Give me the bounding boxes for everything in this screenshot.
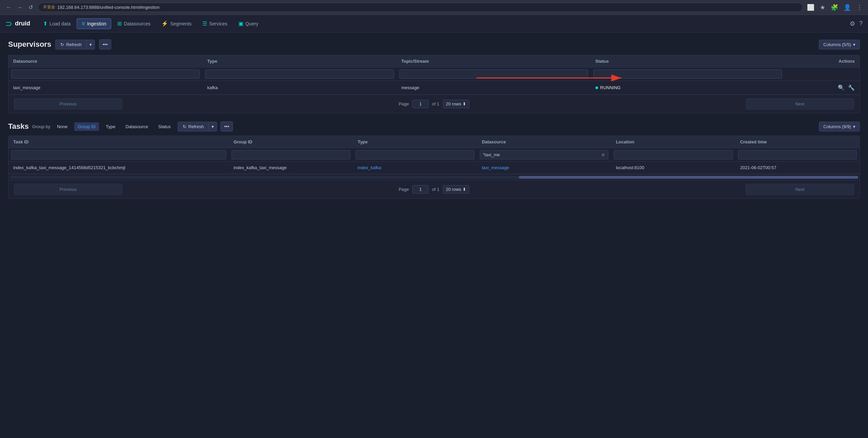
tasks-title-row: Tasks Group by None Group ID Type Dataso… — [8, 121, 233, 132]
col-group-id: Group ID — [229, 136, 353, 148]
tasks-rows-label: 20 rows — [446, 187, 461, 192]
supervisors-more-button[interactable]: ••• — [99, 39, 112, 49]
segments-icon: ⚡ — [161, 20, 168, 27]
filter-created-time-input[interactable] — [738, 150, 857, 159]
filter-topic-cell — [397, 67, 591, 81]
tasks-filter-row: ✕ — [8, 148, 860, 162]
filter-task-datasource-input[interactable] — [482, 151, 600, 158]
nav-right: ⚙ ? — [850, 20, 863, 27]
menu-icon[interactable]: ⋮ — [855, 3, 864, 12]
datasources-icon: ⊞ — [117, 20, 122, 27]
profile-icon[interactable]: 👤 — [842, 3, 852, 12]
supervisor-actions: 🔍 🔧 — [785, 81, 860, 95]
supervisor-row-0: taxi_message kafka message RUNNING — [8, 81, 860, 95]
tasks-columns-dropdown-icon: ▾ — [853, 124, 855, 129]
tasks-rows-select[interactable]: 20 rows ⬍ — [443, 185, 470, 194]
settings-icon[interactable]: ⚙ — [850, 20, 855, 27]
supervisors-columns-label: Columns (5/5) — [823, 42, 851, 47]
group-by-label: Group by — [32, 124, 50, 129]
group-by-type-button[interactable]: Type — [102, 122, 119, 131]
col-datasource: Datasource — [8, 55, 202, 67]
nav-items: ⬆ Load data ≡ Ingestion ⊞ Datasources ⚡ … — [38, 18, 850, 29]
reload-button[interactable]: ↺ — [26, 3, 35, 12]
supervisors-next-button[interactable]: Next — [746, 98, 854, 109]
group-by-datasource-button[interactable]: Datasource — [122, 122, 151, 131]
supervisors-table-wrapper: Datasource Type Topic/Stream Status Acti… — [8, 55, 860, 95]
tasks-refresh-dropdown[interactable]: ▾ — [209, 122, 217, 132]
filter-task-id-input[interactable] — [11, 150, 226, 159]
help-icon[interactable]: ? — [859, 20, 863, 27]
rows-dropdown-icon: ⬍ — [462, 101, 466, 106]
supervisors-data-table: Datasource Type Topic/Stream Status Acti… — [8, 55, 860, 95]
tasks-more-button[interactable]: ••• — [220, 121, 233, 132]
supervisors-refresh-dropdown[interactable]: ▾ — [86, 40, 95, 49]
supervisor-actions-container: 🔍 🔧 — [789, 84, 855, 91]
supervisors-prev-button[interactable]: Previous — [14, 98, 122, 109]
task-id: index_kafka_taxi_message_1414568d5215321… — [8, 162, 229, 174]
tasks-prev-button[interactable]: Previous — [14, 184, 122, 195]
nav-item-load-data[interactable]: ⬆ Load data — [38, 18, 75, 29]
tasks-next-button[interactable]: Next — [746, 184, 854, 195]
nav-item-segments[interactable]: ⚡ Segments — [157, 18, 196, 29]
supervisors-table-outer: Datasource Type Topic/Stream Status Acti… — [8, 55, 860, 113]
tasks-page-label: Page — [399, 187, 409, 192]
col-task-type: Type — [353, 136, 477, 148]
url-text: 192.168.64.173:8888/unified-console.html… — [57, 5, 159, 10]
forward-button[interactable]: → — [15, 3, 24, 12]
group-by-none-button[interactable]: None — [54, 122, 71, 131]
filter-datasource-input[interactable] — [11, 69, 200, 79]
supervisors-section-header: Supervisors ↻ Refresh ▾ ••• Columns (5/5… — [8, 39, 860, 49]
task-row-0: index_kafka_taxi_message_1414568d5215321… — [8, 162, 860, 174]
filter-location-cell — [611, 148, 735, 162]
filter-datasource-with-x: ✕ — [480, 150, 608, 159]
columns-dropdown-icon: ▾ — [853, 42, 855, 47]
nav-item-datasources[interactable]: ⊞ Datasources — [113, 18, 155, 29]
load-data-icon: ⬆ — [43, 20, 47, 27]
filter-group-id-input[interactable] — [232, 150, 350, 159]
filter-status-input[interactable] — [593, 69, 782, 79]
supervisors-rows-select[interactable]: 20 rows ⬍ — [443, 100, 470, 108]
task-type[interactable]: index_kafka — [353, 162, 477, 174]
tasks-refresh-button[interactable]: ↻ Refresh — [178, 122, 209, 132]
group-by-groupid-button[interactable]: Group ID — [74, 122, 99, 131]
task-datasource[interactable]: taxi_message — [477, 162, 611, 174]
browser-actions: ⬜ ★ 🧩 👤 ⋮ — [806, 3, 864, 12]
logo: ⊃ druid — [5, 19, 30, 28]
tasks-refresh-label: Refresh — [189, 124, 204, 129]
address-bar[interactable]: 不安全 192.168.64.173:8888/unified-console.… — [38, 3, 803, 12]
main-content: Supervisors ↻ Refresh ▾ ••• Columns (5/5… — [0, 33, 868, 205]
nav-item-query-label: Query — [245, 21, 258, 26]
horizontal-scrollbar[interactable] — [8, 174, 860, 180]
col-location: Location — [611, 136, 735, 148]
filter-location-input[interactable] — [614, 150, 732, 159]
wrench-action-icon[interactable]: 🔧 — [848, 84, 855, 91]
tasks-columns-button[interactable]: Columns (9/9) ▾ — [819, 122, 860, 132]
nav-item-ingestion[interactable]: ≡ Ingestion — [77, 18, 111, 29]
tasks-page-input[interactable] — [412, 185, 429, 194]
supervisors-columns-button[interactable]: Columns (5/5) ▾ — [819, 40, 860, 49]
tasks-table-outer: Task ID Group ID Type Datasource Locatio… — [8, 136, 860, 199]
group-by-status-button[interactable]: Status — [155, 122, 174, 131]
supervisor-datasource: taxi_message — [8, 81, 202, 95]
nav-item-query[interactable]: ▣ Query — [234, 18, 263, 29]
supervisors-page-input[interactable] — [412, 100, 429, 108]
extensions-icon[interactable]: 🧩 — [829, 3, 840, 12]
filter-topic-input[interactable] — [399, 69, 588, 79]
browser-chrome: ← → ↺ 不安全 192.168.64.173:8888/unified-co… — [0, 0, 868, 15]
druid-logo-icon: ⊃ — [5, 19, 12, 28]
supervisors-refresh-group: ↻ Refresh ▾ — [55, 40, 95, 49]
bookmark-icon[interactable]: ★ — [818, 3, 827, 12]
refresh-label: Refresh — [66, 42, 82, 47]
filter-clear-icon[interactable]: ✕ — [600, 152, 606, 158]
search-action-icon[interactable]: 🔍 — [838, 84, 845, 91]
tasks-refresh-icon: ↻ — [183, 124, 186, 129]
back-button[interactable]: ← — [4, 3, 14, 12]
translate-icon[interactable]: ⬜ — [806, 3, 816, 12]
filter-type-input[interactable] — [205, 69, 394, 79]
nav-item-services[interactable]: ☰ Services — [198, 18, 232, 29]
security-warning: 不安全 — [43, 4, 55, 10]
filter-task-type-input[interactable] — [356, 150, 474, 159]
ingestion-icon: ≡ — [82, 21, 85, 27]
supervisors-refresh-button[interactable]: ↻ Refresh — [55, 40, 86, 49]
col-actions: Actions — [785, 55, 860, 67]
